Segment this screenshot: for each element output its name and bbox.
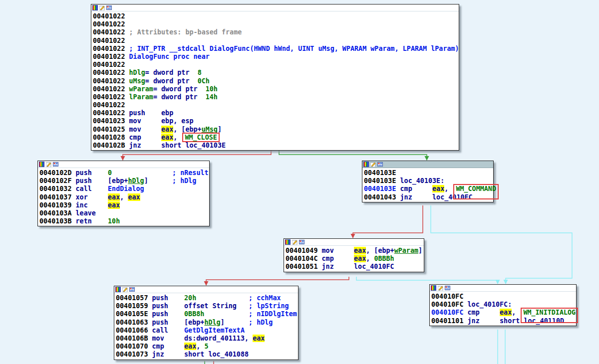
disasm-line[interactable]: 00401049 mov eax, [ebp+wParam] (286, 247, 422, 255)
node-color-icon[interactable] (285, 239, 291, 245)
disasm-segment: eax (108, 193, 120, 201)
disasm-line[interactable]: 00401070 cmp eax, 5 (116, 343, 297, 351)
node-group-icon[interactable] (377, 162, 383, 167)
disasm-segment: 0 (108, 169, 112, 177)
disasm-line[interactable]: 00401022 (93, 37, 457, 45)
node-title-bar[interactable] (91, 4, 459, 11)
disasm-line[interactable]: 004010FC (431, 293, 575, 301)
node-color-icon[interactable] (431, 285, 436, 291)
disasm-segment: uMsg (202, 126, 218, 133)
disasm-line[interactable]: 0040104C cmp eax, 0BBBh (286, 255, 422, 263)
disasm-segment: ; nResult (172, 169, 209, 177)
disasm-segment: 00401022 (93, 28, 129, 36)
disasm-segment: hDlg (129, 69, 145, 76)
disasm-line[interactable]: 00401022 (93, 20, 457, 28)
disasm-segment: , [ebp+ (173, 126, 201, 133)
disasm-line[interactable]: 00401022 lParam= dword ptr 14h (93, 93, 457, 101)
node-edit-icon[interactable] (292, 239, 298, 245)
node-color-icon[interactable] (363, 162, 369, 167)
node-edit-icon[interactable] (99, 5, 105, 10)
disasm-line[interactable]: 00401022 wParam= dword ptr 10h (93, 85, 457, 93)
node-title-bar[interactable] (284, 239, 424, 246)
disasm-line[interactable]: 0040103A leave (39, 209, 208, 217)
node-group-icon[interactable] (129, 287, 135, 292)
ida-graph-view[interactable]: 004010220040102200401022 ; Attributes: b… (0, 0, 599, 364)
disasm-line[interactable]: 00401039 inc eax (39, 201, 208, 209)
disasm-segment: 00401022 (93, 77, 129, 85)
node-group-icon[interactable] (106, 5, 112, 10)
node-title-bar[interactable] (114, 286, 298, 293)
disasm-segment: [ebp+ (108, 177, 128, 184)
disasm-segment: push (76, 169, 108, 177)
disasm-segment: eax (253, 335, 265, 342)
disasm-line[interactable]: 00401022 (93, 12, 457, 20)
disasm-line[interactable]: 00401073 jnz short loc_401088 (116, 351, 297, 359)
disasm-segment (112, 169, 172, 177)
disasm-segment: 004010FC (431, 301, 468, 308)
disasm-line[interactable]: 00401022 (93, 101, 457, 109)
disasm-segment: 0BB8h (184, 310, 204, 318)
node-title-bar[interactable] (430, 285, 576, 292)
node-color-icon[interactable] (92, 5, 98, 10)
node-group-icon[interactable] (299, 239, 304, 245)
disasm-segment: 00401101 (431, 317, 468, 325)
disasm-line[interactable]: 0040105E push 0BB8h ; nIDDlgItem (116, 310, 297, 318)
graph-node-block-00401057[interactable]: 00401057 push 20h ; cchMax00401059 push … (114, 286, 299, 360)
disasm-segment: jnz (468, 317, 500, 325)
node-title-bar[interactable] (38, 161, 209, 168)
node-edit-icon[interactable] (438, 285, 443, 291)
disasm-line[interactable]: 00401022 ; INT_PTR __stdcall DialogFunc(… (93, 45, 457, 53)
disasm-segment: 00401022 (93, 93, 129, 101)
disasm-line[interactable]: 00401037 xor eax, eax (39, 193, 208, 201)
disasm-segment: 0040103B (39, 217, 76, 225)
disasm-segment: call (152, 327, 185, 334)
disasm-line[interactable]: 00401066 call GetDlgItemTextA (116, 327, 297, 335)
disasm-line[interactable]: 0040102D push 0 ; nResult (39, 169, 208, 177)
edge-command-false (353, 205, 423, 238)
graph-node-block-00401022[interactable]: 004010220040102200401022 ; Attributes: b… (91, 4, 459, 151)
node-group-icon[interactable] (53, 162, 58, 167)
disasm-line[interactable]: 004010FC cmp eax, WM_INITDIALOG (431, 309, 575, 317)
disasm-line[interactable]: 00401022 uMsg= dword ptr 0Ch (93, 77, 457, 85)
disasm-line[interactable]: 00401023 mov ebp, esp (93, 117, 457, 125)
disasm-line[interactable]: 0040103E cmp eax, WM_COMMAND (364, 185, 492, 193)
node-edit-icon[interactable] (370, 162, 376, 167)
disasm-segment: hDlg (204, 319, 220, 326)
disasm-line[interactable]: 00401063 push [ebp+hDlg] ; hDlg (116, 319, 297, 327)
disasm-line[interactable]: 00401028 cmp eax, WM_CLOSE (93, 134, 457, 142)
disasm-line[interactable]: 00401022 push ebp (93, 109, 457, 117)
disasm-line[interactable]: 00401022 hDlg= dword ptr 8 (93, 69, 457, 77)
node-title-bar[interactable] (362, 161, 493, 168)
disasm-segment: GetDlgItemTextA (184, 327, 245, 334)
disasm-line[interactable]: 0040102F push [ebp+hDlg] ; hDlg (39, 177, 208, 185)
node-color-icon[interactable] (115, 287, 121, 292)
disasm-line[interactable]: 0040102B jnz short loc_40103E (93, 142, 457, 150)
disasm-segment: 10h (206, 85, 218, 93)
graph-node-block-00401049[interactable]: 00401049 mov eax, [ebp+wParam]0040104C c… (284, 238, 424, 272)
disasm-line[interactable]: 0040106B mov ds:dword_401113, eax (116, 335, 297, 343)
disasm-segment: push (152, 294, 185, 302)
disasm-segment (204, 310, 249, 318)
disasm-line[interactable]: 00401057 push 20h ; cchMax (116, 294, 297, 302)
disasm-line[interactable]: 0040103B retn 10h (39, 217, 208, 225)
disasm-segment: mov (129, 117, 162, 125)
node-color-icon[interactable] (39, 162, 44, 167)
graph-node-block-004010FC[interactable]: 004010FC004010FC loc_4010FC:004010FC cmp… (429, 284, 577, 326)
disasm-line[interactable]: 0040103E (364, 169, 492, 177)
disasm-line[interactable]: 00401022 (93, 61, 457, 69)
disasm-line[interactable]: 00401059 push offset String ; lpString (116, 302, 297, 310)
disasm-segment: 10h (108, 217, 120, 225)
disasm-segment: ebp, esp (161, 117, 194, 125)
disasm-line[interactable]: 00401032 call EndDialog (39, 185, 208, 193)
disasm-line[interactable]: 00401051 jnz loc_4010FC (286, 263, 422, 271)
node-edit-icon[interactable] (122, 287, 128, 292)
disasm-line[interactable]: 00401022 ; Attributes: bp-based frame (93, 28, 457, 36)
disasm-segment: mov (152, 335, 185, 342)
graph-node-block-0040103E[interactable]: 0040103E0040103E loc_40103E:0040103E cmp… (362, 161, 494, 202)
disasm-line[interactable]: 00401022 DialogFunc proc near (93, 53, 457, 61)
disasm-line[interactable]: 00401025 mov eax, [ebp+uMsg] (93, 126, 457, 134)
disasm-segment: = (153, 85, 161, 93)
graph-node-block-0040102D[interactable]: 0040102D push 0 ; nResult0040102F push [… (37, 161, 210, 226)
node-group-icon[interactable] (445, 285, 450, 291)
node-edit-icon[interactable] (46, 162, 51, 167)
